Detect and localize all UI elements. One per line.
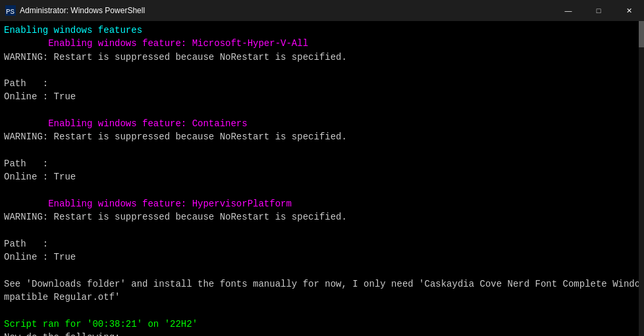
terminal-line: Path :: [4, 77, 640, 90]
terminal-line: Path :: [4, 157, 640, 170]
close-button[interactable]: ✕: [614, 0, 644, 21]
terminal-line: Enabling windows feature: Containers: [4, 117, 640, 130]
terminal-line: [4, 104, 640, 117]
titlebar-left: PS Administrator: Windows PowerShell: [0, 5, 145, 16]
window: PS Administrator: Windows PowerShell — □…: [0, 0, 644, 336]
scrollbar-thumb[interactable]: [639, 21, 644, 47]
terminal-line: [4, 64, 640, 77]
maximize-button[interactable]: □: [583, 0, 614, 21]
terminal-line: Enabling windows feature: Microsoft-Hype…: [4, 37, 640, 50]
minimize-button[interactable]: —: [553, 0, 583, 21]
scrollbar[interactable]: [639, 21, 644, 336]
terminal-line: Script ran for '00:38:21' on '22H2': [4, 318, 640, 331]
terminal-line: [4, 264, 640, 277]
window-title: Administrator: Windows PowerShell: [20, 6, 145, 15]
terminal-line: Online : True: [4, 251, 640, 264]
titlebar: PS Administrator: Windows PowerShell — □…: [0, 0, 644, 21]
terminal-line: WARNING: Restart is suppressed because N…: [4, 210, 640, 224]
terminal-line: WARNING: Restart is suppressed because N…: [4, 51, 640, 64]
terminal-line: Path :: [4, 237, 640, 251]
terminal-line: Enabling windows features: [4, 24, 640, 37]
powershell-icon: PS: [5, 5, 16, 16]
terminal-line: Enabling windows feature: HypervisorPlat…: [4, 197, 640, 210]
terminal-line: [4, 304, 640, 317]
terminal-line: [4, 184, 640, 197]
terminal-line: [4, 224, 640, 237]
terminal-line: See 'Downloads folder' and install the f…: [4, 277, 640, 291]
terminal-line: WARNING: Restart is suppressed because N…: [4, 130, 640, 143]
titlebar-controls: — □ ✕: [553, 0, 644, 21]
terminal-line: [4, 144, 640, 157]
svg-text:PS: PS: [6, 8, 15, 16]
terminal-line: mpatible Regular.otf': [4, 291, 640, 304]
terminal-line: Now do the following:: [4, 331, 640, 336]
terminal-output[interactable]: Enabling windows features Enabling windo…: [0, 21, 644, 336]
terminal-line: Online : True: [4, 90, 640, 103]
terminal-line: Online : True: [4, 170, 640, 183]
